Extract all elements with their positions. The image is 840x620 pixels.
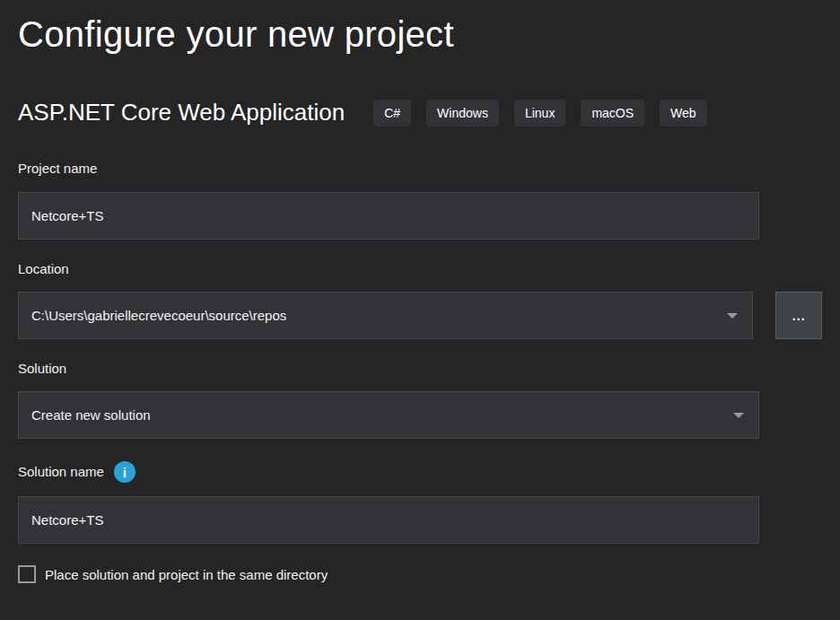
- tag-macos: macOS: [581, 100, 644, 127]
- browse-button[interactable]: ...: [775, 292, 822, 339]
- chevron-down-icon: [733, 413, 744, 418]
- solution-name-field: Solution name i: [18, 460, 822, 544]
- solution-value: Create new solution: [31, 407, 151, 423]
- tag-csharp: C#: [373, 100, 411, 127]
- template-header: ASP.NET Core Web Application C# Windows …: [18, 99, 822, 127]
- template-name: ASP.NET Core Web Application: [18, 99, 345, 127]
- info-icon[interactable]: i: [114, 461, 136, 483]
- solution-name-label: Solution name: [18, 464, 104, 480]
- same-directory-option[interactable]: Place solution and project in the same d…: [18, 565, 822, 583]
- location-combobox[interactable]: C:\Users\gabriellecrevecoeur\source\repo…: [18, 292, 753, 339]
- project-name-input[interactable]: [18, 192, 759, 240]
- project-name-field: Project name: [18, 161, 822, 240]
- location-label: Location: [18, 261, 822, 277]
- solution-field: Solution Create new solution: [18, 361, 822, 439]
- same-directory-checkbox[interactable]: [18, 565, 36, 583]
- tag-windows: Windows: [426, 100, 499, 127]
- same-directory-label: Place solution and project in the same d…: [45, 567, 328, 582]
- tag-web: Web: [660, 100, 707, 127]
- page-title: Configure your new project: [18, 11, 822, 57]
- template-tags: C# Windows Linux macOS Web: [373, 100, 706, 127]
- location-field: Location C:\Users\gabriellecrevecoeur\so…: [18, 261, 822, 339]
- chevron-down-icon: [727, 313, 738, 319]
- configure-project-dialog: Configure your new project ASP.NET Core …: [0, 0, 840, 620]
- tag-linux: Linux: [514, 100, 565, 127]
- solution-combobox[interactable]: Create new solution: [18, 391, 759, 439]
- solution-name-input[interactable]: [18, 496, 759, 544]
- solution-label: Solution: [18, 361, 822, 377]
- location-value: C:\Users\gabriellecrevecoeur\source\repo…: [31, 308, 286, 323]
- project-name-label: Project name: [18, 161, 822, 177]
